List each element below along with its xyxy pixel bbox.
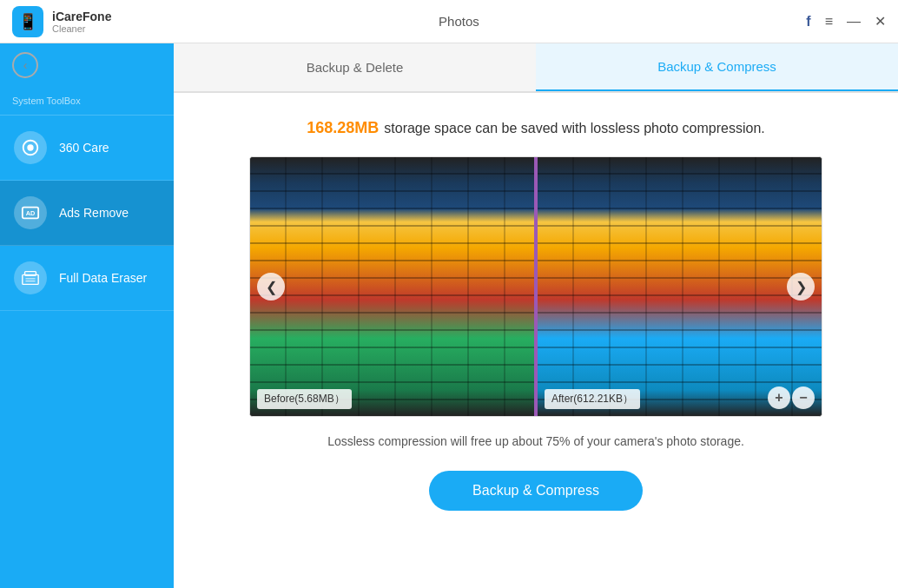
nav-arrow-right[interactable]: ❯	[787, 273, 815, 301]
sidebar-system-toolbox-label: System ToolBox	[0, 87, 174, 116]
back-button[interactable]: ‹	[12, 52, 38, 78]
lossless-description: Lossless compression will free up about …	[327, 434, 744, 448]
svg-point-0	[27, 144, 33, 150]
sidebar-item-full-data-eraser[interactable]: Full Data Eraser	[0, 246, 174, 311]
app-name: iCareFone Cleaner	[52, 10, 111, 34]
back-btn-area: ‹	[0, 43, 174, 87]
360-care-icon	[14, 131, 47, 164]
content-body: 168.28MB storage space can be saved with…	[174, 93, 898, 588]
nav-arrow-left[interactable]: ❮	[257, 273, 285, 301]
storage-info: 168.28MB storage space can be saved with…	[307, 119, 765, 137]
after-image: After(612.21KB）	[538, 157, 822, 416]
window-controls: f ≡ — ✕	[806, 13, 898, 30]
close-icon[interactable]: ✕	[875, 13, 886, 30]
sidebar-item-ads-remove-label: Ads Remove	[59, 206, 129, 220]
storage-size: 168.28MB	[307, 119, 379, 137]
svg-rect-3	[23, 274, 38, 284]
after-fridge-visual	[538, 157, 822, 416]
nav-right-icon: ❯	[796, 279, 807, 295]
zoom-controls: + −	[768, 386, 815, 409]
before-image: Before(5.68MB）	[250, 157, 534, 416]
sidebar-item-360-care[interactable]: 360 Care	[0, 116, 174, 181]
sidebar: ‹ System ToolBox 360 Care AD Ads Remov	[0, 43, 174, 588]
back-arrow-icon: ‹	[23, 58, 28, 72]
app-name-sub: Cleaner	[52, 23, 111, 34]
storage-description: storage space can be saved with lossless…	[384, 121, 764, 136]
tab-backup-delete[interactable]: Backup & Delete	[174, 43, 536, 91]
zoom-in-button[interactable]: +	[768, 386, 790, 409]
title-bar: 📱 iCareFone Cleaner Photos f ≡ — ✕	[0, 0, 898, 43]
app-branding: 📱 iCareFone Cleaner	[0, 6, 111, 37]
zoom-out-button[interactable]: −	[792, 386, 815, 409]
content-area: Backup & Delete Backup & Compress 168.28…	[174, 43, 898, 588]
app-logo: 📱	[12, 6, 43, 37]
tabs: Backup & Delete Backup & Compress	[174, 43, 898, 93]
before-label: Before(5.68MB）	[257, 389, 352, 409]
full-data-eraser-icon	[14, 261, 47, 294]
sidebar-item-360-care-label: 360 Care	[59, 141, 109, 155]
menu-icon[interactable]: ≡	[825, 14, 833, 30]
tab-backup-compress[interactable]: Backup & Compress	[536, 43, 898, 91]
facebook-icon[interactable]: f	[806, 14, 810, 30]
window-title: Photos	[439, 14, 479, 29]
backup-compress-button[interactable]: Backup & Compress	[429, 471, 643, 511]
minimize-icon[interactable]: —	[847, 14, 861, 30]
before-fridge-visual	[250, 157, 534, 416]
image-comparison: ❮ Before(5.68MB） After(612.21KB）	[249, 156, 822, 417]
nav-left-icon: ❮	[266, 279, 277, 295]
main-layout: ‹ System ToolBox 360 Care AD Ads Remov	[0, 43, 898, 588]
app-name-main: iCareFone	[52, 10, 111, 23]
ads-remove-icon: AD	[14, 196, 47, 229]
sidebar-item-ads-remove[interactable]: AD Ads Remove	[0, 181, 174, 246]
comparison-images: Before(5.68MB） After(612.21KB）	[250, 157, 822, 416]
after-label: After(612.21KB）	[545, 389, 640, 409]
svg-rect-4	[25, 272, 36, 276]
sidebar-item-full-data-eraser-label: Full Data Eraser	[59, 271, 147, 285]
svg-text:AD: AD	[26, 209, 36, 217]
